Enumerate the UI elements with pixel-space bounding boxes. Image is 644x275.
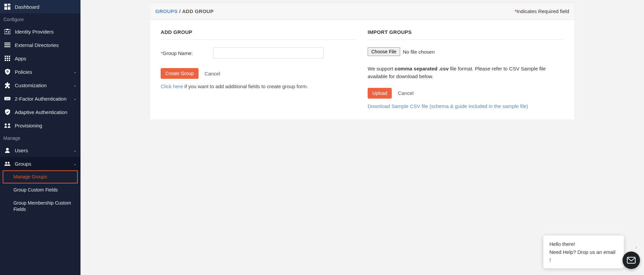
group-name-label: *Group Name: [161,50,208,56]
required-field-indicator: *Indicates Required field [515,8,569,14]
add-fields-help: Click here if you want to add additional… [161,84,357,89]
label-text: Group Name: [163,50,193,56]
svg-point-29 [5,162,7,164]
svg-rect-10 [4,43,10,44]
svg-rect-11 [4,45,10,46]
csv-info-text: We support comma separated .csv file for… [368,65,564,80]
chat-help-text: Need Help? Drop us an email ! [549,248,618,264]
cancel-import-button[interactable]: Cancel [398,90,414,96]
sidebar-item-provisioning[interactable]: Provisioning [0,119,80,132]
breadcrumb-groups-link[interactable]: GROUPS [155,8,178,14]
svg-rect-12 [4,46,10,47]
svg-point-30 [8,162,9,164]
chat-close-button[interactable]: › [635,243,637,251]
svg-rect-3 [4,7,7,10]
sidebar-item-users[interactable]: Users ⌄ [0,144,80,157]
chevron-down-icon: ⌄ [73,162,76,166]
help-suffix: if you want to add additional fields to … [183,84,308,89]
import-groups-title: IMPORT GROUPS [368,29,564,40]
info-bold: comma separated .csv [395,66,449,71]
groups-submenu: Manage Groups Group Custom Fields Group … [0,170,80,216]
info-prefix: We support [368,66,395,71]
svg-point-26 [5,123,7,125]
add-group-title: ADD GROUP [161,29,357,40]
sidebar-item-label: Groups [15,161,31,167]
chevron-down-icon: ⌄ [73,97,76,101]
svg-rect-18 [9,58,10,59]
group-name-row: *Group Name: [161,47,357,59]
svg-rect-1 [8,4,10,5]
chevron-down-icon: ⌄ [73,70,76,74]
svg-rect-8 [8,31,10,32]
svg-point-27 [8,123,10,125]
chat-fab-button[interactable] [623,252,640,269]
upload-button[interactable]: Upload [368,88,392,99]
svg-rect-14 [7,56,8,57]
choose-file-button[interactable]: Choose File [368,47,400,56]
create-group-button[interactable]: Create Group [161,68,199,79]
svg-rect-20 [7,60,8,61]
sidebar-item-adaptive-auth[interactable]: Adaptive Authentication [0,105,80,119]
apps-grid-icon [4,55,11,62]
sidebar-section-configure: Configure [0,13,80,25]
sidebar-item-label: Apps [15,56,26,61]
chat-bubble: Hello there! Need Help? Drop us an email… [543,235,624,268]
svg-rect-31 [627,257,635,263]
svg-rect-15 [9,56,10,57]
content-card: GROUPS / ADD GROUP *Indicates Required f… [150,3,575,120]
sidebar-item-identity-providers[interactable]: Identity Providers [0,25,80,38]
svg-rect-17 [7,58,8,59]
group-icon [4,160,11,167]
sidebar-item-label: Dashboard [15,4,39,10]
sidebar-item-dashboard[interactable]: Dashboard [0,0,80,13]
download-sample-link[interactable]: Download Sample CSV file (schema & guide… [368,103,528,109]
chat-greeting: Hello there! [549,240,618,248]
sidebar-item-label: Customization [15,82,47,88]
sidebar-item-customization[interactable]: Customization ⌄ [0,78,80,92]
svg-rect-0 [4,4,7,6]
id-card-icon [4,28,11,35]
sidebar-item-apps[interactable]: Apps [0,52,80,65]
chevron-down-icon: ⌄ [73,83,76,88]
card-header: GROUPS / ADD GROUP *Indicates Required f… [150,3,575,20]
breadcrumb: GROUPS / ADD GROUP [155,8,214,14]
sidebar-item-label: Users [15,148,28,153]
user-icon [4,147,11,154]
click-here-link[interactable]: Click here [161,84,183,89]
group-name-input[interactable] [213,47,324,59]
dashboard-icon [4,3,11,10]
svg-point-23 [7,71,8,72]
mail-icon [627,257,636,264]
svg-rect-2 [8,6,10,6]
svg-point-28 [6,148,9,151]
sidebar-item-label: Identity Providers [15,29,54,35]
import-actions: Upload Cancel [368,88,564,99]
download-sample-row: Download Sample CSV file (schema & guide… [368,103,564,109]
sidebar-item-policies[interactable]: Policies ⌄ [0,65,80,78]
svg-rect-9 [8,32,9,33]
shield-check-icon [4,109,11,115]
add-group-actions: Create Group Cancel [161,68,357,79]
sidebar-item-label: External Directories [15,42,59,48]
svg-rect-19 [5,60,6,61]
svg-text:123: 123 [5,98,9,100]
main-content: GROUPS / ADD GROUP *Indicates Required f… [80,0,644,275]
svg-rect-13 [5,56,6,57]
sidebar-item-2fa[interactable]: 123 2-Factor Authentication ⌄ [0,92,80,105]
cancel-add-button[interactable]: Cancel [205,71,220,76]
sidebar-item-label: 2-Factor Authentication [15,96,66,102]
sub-item-group-membership-custom-fields[interactable]: Group Membership Custom Fields [0,197,80,216]
sub-item-group-custom-fields[interactable]: Group Custom Fields [0,183,80,197]
sidebar-item-groups[interactable]: Groups ⌄ [0,157,80,170]
file-row: Choose File No file chosen [368,47,564,56]
sub-item-manage-groups[interactable]: Manage Groups [3,170,78,183]
sidebar: Dashboard Configure Identity Providers E… [0,0,80,275]
list-icon [4,42,11,48]
users-sync-icon [4,122,11,129]
sidebar-item-label: Adaptive Authentication [15,109,67,115]
shield-search-icon [4,68,11,75]
sidebar-item-external-directories[interactable]: External Directories [0,38,80,52]
sidebar-section-manage: Manage [0,132,80,144]
sidebar-item-label: Provisioning [15,123,42,128]
card-body: ADD GROUP *Group Name: Create Group Canc… [150,20,575,120]
